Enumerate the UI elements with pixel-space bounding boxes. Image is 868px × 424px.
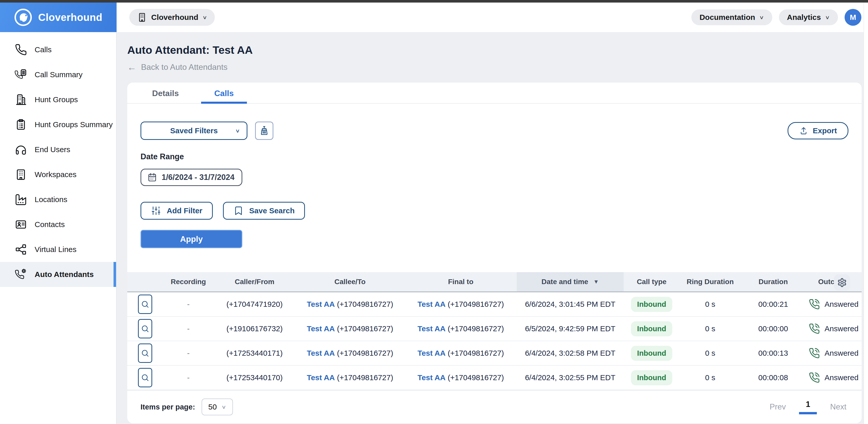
sidebar-item-workspaces[interactable]: Workspaces [0, 162, 116, 187]
bookmark-icon [234, 206, 244, 216]
sidebar: Calls Call Summary Hunt Groups [0, 32, 117, 424]
callee-link[interactable]: Test AA [307, 349, 335, 357]
current-page-number: 1 [806, 400, 810, 409]
row-detail-search-button[interactable] [138, 368, 152, 387]
tab-details[interactable]: Details [140, 83, 191, 103]
saved-filters-select[interactable]: Saved Filters ∨ [141, 121, 247, 140]
final-to-link[interactable]: Test AA [417, 324, 445, 333]
column-header-callee[interactable]: Callee/To [295, 278, 405, 286]
table-footer: Items per page: 50 ∨ Prev 1 Next [127, 390, 862, 423]
row-detail-search-button[interactable] [138, 294, 152, 314]
documentation-menu[interactable]: Documentation ∨ [691, 9, 772, 25]
sidebar-item-call-summary[interactable]: Call Summary [0, 62, 116, 87]
prev-page-button[interactable]: Prev [770, 402, 786, 412]
sidebar-item-virtual-lines[interactable]: Virtual Lines [0, 237, 116, 262]
next-page-button[interactable]: Next [830, 402, 846, 412]
apply-button[interactable]: Apply [141, 230, 242, 248]
scrollbar-track[interactable] [864, 3, 868, 424]
org-selector[interactable]: Cloverhound ∨ [129, 9, 215, 26]
callee-cell: Test AA (+17049816727) [295, 349, 405, 358]
chevron-down-icon: ∨ [221, 404, 226, 410]
export-label: Export [813, 126, 837, 135]
user-avatar[interactable]: M [845, 9, 861, 26]
main-content: Auto Attendant: Test AA ← Back to Auto A… [117, 32, 868, 424]
sidebar-item-locations[interactable]: Locations [0, 187, 116, 212]
phone-icon [15, 44, 27, 56]
hunt-groups-icon [15, 93, 27, 106]
magnifier-icon [141, 349, 149, 358]
callee-link[interactable]: Test AA [307, 373, 335, 382]
phone-answered-icon [809, 347, 820, 359]
date-range-value: 1/6/2024 - 31/7/2024 [162, 173, 235, 182]
current-page-button[interactable]: 1 [799, 400, 817, 414]
ring-duration-cell: 0 s [680, 324, 741, 333]
column-header-duration[interactable]: Duration [741, 278, 806, 286]
sidebar-item-label: Hunt Groups [35, 95, 78, 104]
column-header-recording[interactable]: Recording [163, 278, 214, 286]
callee-number: (+17049816727) [337, 324, 393, 333]
content-card: Details Calls Saved Filters ∨ [127, 83, 862, 423]
column-header-caller[interactable]: Caller/From [214, 278, 295, 286]
export-button[interactable]: Export [787, 122, 848, 139]
column-header-datetime[interactable]: Date and time ▼ [517, 272, 624, 291]
caller-cell: (+19106176732) [214, 324, 295, 333]
sidebar-item-auto-attendants[interactable]: Auto Attendants [0, 262, 116, 287]
headphones-icon [15, 143, 27, 156]
inbound-badge: Inbound [631, 346, 672, 361]
duration-cell: 00:00:00 [741, 324, 806, 333]
sidebar-item-label: Hunt Groups Summary [35, 120, 113, 129]
call-type-cell: Inbound [624, 346, 680, 361]
add-filter-button[interactable]: Add Filter [141, 202, 213, 220]
tab-calls[interactable]: Calls [198, 83, 249, 103]
ring-duration-cell: 0 s [680, 300, 741, 309]
callee-link[interactable]: Test AA [307, 324, 335, 333]
app-header: Cloverhound Cloverhound ∨ Documentation … [0, 3, 868, 32]
building-icon [137, 12, 147, 22]
magnifier-icon [141, 300, 149, 309]
row-detail-search-button[interactable] [138, 343, 152, 363]
sidebar-item-calls[interactable]: Calls [0, 37, 116, 62]
analytics-menu[interactable]: Analytics ∨ [779, 9, 838, 25]
chevron-down-icon: ∨ [825, 14, 830, 20]
back-link[interactable]: ← Back to Auto Attendants [127, 62, 227, 72]
apply-label: Apply [180, 234, 203, 244]
final-to-cell: Test AA (+17049816727) [405, 300, 517, 309]
cloverhound-dog-logo-icon [14, 8, 33, 27]
sidebar-item-end-users[interactable]: End Users [0, 137, 116, 162]
org-selector-label: Cloverhound [151, 13, 198, 22]
datetime-header-label: Date and time [541, 278, 588, 286]
workspaces-icon [15, 168, 27, 181]
column-header-ring-duration[interactable]: Ring Duration [680, 278, 741, 286]
callee-link[interactable]: Test AA [307, 300, 335, 308]
row-detail-search-button[interactable] [138, 319, 152, 338]
items-per-page-value: 50 [208, 403, 217, 411]
clear-filters-button[interactable] [255, 121, 273, 140]
chevron-down-icon: ∨ [203, 14, 207, 20]
inbound-badge: Inbound [631, 297, 672, 312]
sidebar-item-hunt-groups[interactable]: Hunt Groups [0, 87, 116, 112]
magnifier-icon [141, 324, 149, 333]
callee-cell: Test AA (+17049816727) [295, 300, 405, 309]
items-per-page-select[interactable]: 50 ∨ [202, 398, 232, 415]
column-header-outcome[interactable]: Outcome [806, 278, 862, 286]
callee-number: (+17049816727) [337, 300, 393, 308]
calls-table: Recording Caller/From Callee/To Final to… [127, 272, 862, 423]
callee-cell: Test AA (+17049816727) [295, 373, 405, 382]
outcome-label: Answered [825, 324, 858, 333]
sidebar-item-hunt-groups-summary[interactable]: Hunt Groups Summary [0, 112, 116, 137]
call-summary-icon [15, 68, 27, 81]
column-settings-button[interactable] [834, 275, 850, 291]
column-header-final-to[interactable]: Final to [405, 278, 517, 286]
final-to-link[interactable]: Test AA [417, 300, 445, 308]
sidebar-item-contacts[interactable]: Contacts [0, 212, 116, 237]
window-top-bar [0, 0, 868, 3]
column-header-call-type[interactable]: Call type [624, 278, 680, 286]
final-to-link[interactable]: Test AA [417, 349, 445, 357]
final-to-number: (+17049816727) [448, 373, 504, 382]
save-search-button[interactable]: Save Search [223, 202, 305, 220]
tab-bar: Details Calls [127, 83, 862, 104]
date-range-input[interactable]: 1/6/2024 - 31/7/2024 [141, 169, 242, 186]
final-to-link[interactable]: Test AA [417, 373, 445, 382]
header-actions: Documentation ∨ Analytics ∨ M [691, 9, 868, 26]
add-filter-label: Add Filter [167, 206, 203, 215]
